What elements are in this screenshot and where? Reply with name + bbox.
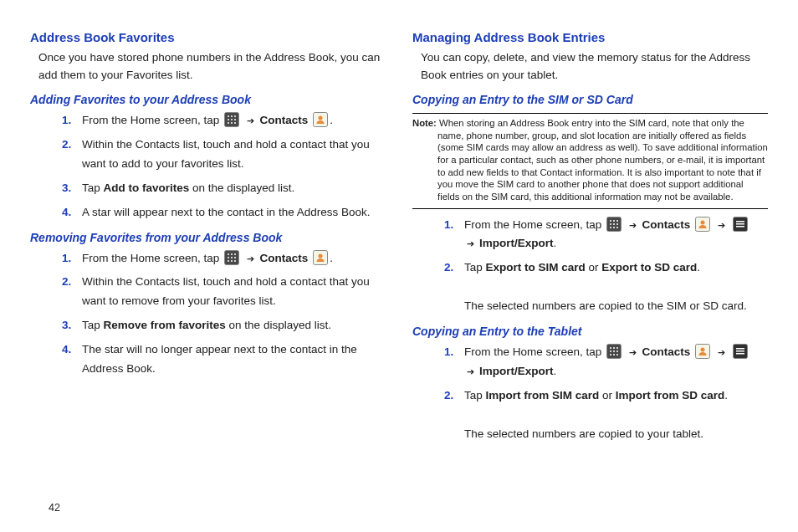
svg-point-26 <box>613 220 615 222</box>
text: Tap <box>82 319 104 331</box>
action-label: Import from SIM card <box>486 389 600 402</box>
svg-point-28 <box>610 223 611 225</box>
step-body: Tap Add to favorites on the displayed li… <box>82 179 386 198</box>
step-body: The star will no longer appear next to t… <box>82 340 386 379</box>
step: 1. From the Home screen, tap ➔ Contacts … <box>444 216 768 254</box>
text: From the Home screen, tap <box>464 218 605 231</box>
text: or <box>599 389 616 402</box>
step-body: A star will appear next to the contact i… <box>82 203 386 223</box>
svg-point-21 <box>234 260 236 262</box>
text: or <box>586 261 602 274</box>
step-number: 1. <box>444 216 456 235</box>
svg-point-16 <box>228 257 229 258</box>
svg-rect-37 <box>736 221 744 223</box>
svg-point-14 <box>231 253 233 255</box>
result-text: The selected numbers are copied to your … <box>464 427 703 440</box>
subheading-copying-tablet: Copying an Entry to the Tablet <box>412 325 768 338</box>
contacts-icon <box>695 217 710 232</box>
contacts-icon <box>313 112 328 127</box>
menu-icon <box>733 217 748 232</box>
step-body: Within the Contacts list, touch and hold… <box>82 136 386 174</box>
contacts-icon <box>313 250 328 265</box>
text: . <box>724 389 728 402</box>
right-column: Managing Address Book Entries You can co… <box>412 30 768 502</box>
subheading-removing-favorites: Removing Favorites from your Address Boo… <box>30 231 386 244</box>
text: Tap <box>464 261 486 274</box>
note-text: When storing an Address Book entry into … <box>437 118 768 202</box>
step: 4. The star will no longer appear next t… <box>62 340 386 379</box>
step: 2. Tap Export to SIM card or Export to S… <box>444 258 768 316</box>
svg-point-18 <box>234 257 236 258</box>
svg-rect-54 <box>736 350 744 352</box>
arrow-icon: ➔ <box>464 238 479 248</box>
action-label: Export to SIM card <box>486 261 586 274</box>
svg-point-8 <box>231 122 233 124</box>
arrow-icon: ➔ <box>464 366 479 376</box>
menu-icon <box>733 344 748 359</box>
svg-point-30 <box>616 223 618 225</box>
step-number: 1. <box>62 249 74 269</box>
text: From the Home screen, tap <box>82 114 223 126</box>
svg-point-4 <box>228 119 229 120</box>
step: 2. Within the Contacts list, touch and h… <box>62 273 386 311</box>
apps-icon <box>606 344 622 359</box>
step-body: From the Home screen, tap ➔ Contacts . <box>82 111 386 130</box>
svg-point-43 <box>616 347 618 349</box>
subheading-adding-favorites: Adding Favorites to your Address Book <box>30 93 386 106</box>
svg-point-49 <box>616 354 618 356</box>
svg-point-47 <box>610 354 611 356</box>
svg-point-6 <box>234 119 236 120</box>
arrow-icon: ➔ <box>244 115 257 125</box>
arrow-icon: ➔ <box>627 220 639 230</box>
step-number: 1. <box>62 111 74 130</box>
subheading-copying-sim-sd: Copying an Entry to the SIM or SD Card <box>412 93 768 106</box>
svg-point-27 <box>616 220 618 222</box>
import-export-label: Import/Export <box>479 237 554 249</box>
step-number: 3. <box>62 179 74 198</box>
action-label: Add to favorites <box>104 182 190 194</box>
svg-rect-38 <box>736 223 744 225</box>
svg-point-51 <box>701 348 705 352</box>
result-text: The selected numbers are copied to the S… <box>464 299 747 312</box>
contacts-label: Contacts <box>260 252 309 264</box>
step-body: Tap Export to SIM card or Export to SD c… <box>464 258 768 316</box>
svg-point-25 <box>610 220 611 222</box>
text: From the Home screen, tap <box>464 345 605 358</box>
action-label: Export to SD card <box>601 261 697 274</box>
svg-point-48 <box>613 354 615 356</box>
text: on the displayed list. <box>226 319 331 331</box>
import-export-label: Import/Export <box>479 365 554 377</box>
svg-point-33 <box>616 227 618 228</box>
svg-point-31 <box>610 227 611 228</box>
text: . <box>697 261 700 274</box>
step-number: 1. <box>444 343 456 362</box>
apps-icon <box>224 250 239 265</box>
heading-address-book-favorites: Address Book Favorites <box>30 30 386 44</box>
svg-point-11 <box>319 115 323 120</box>
text: . <box>330 114 333 126</box>
contacts-icon <box>695 344 710 359</box>
step-number: 4. <box>62 203 74 223</box>
step-body: From the Home screen, tap ➔ Contacts ➔ ➔… <box>464 343 768 381</box>
svg-point-2 <box>231 115 233 117</box>
step: 4. A star will appear next to the contac… <box>62 203 386 223</box>
arrow-icon: ➔ <box>244 253 257 263</box>
svg-point-23 <box>319 253 323 258</box>
svg-point-29 <box>613 223 615 225</box>
step: 1. From the Home screen, tap ➔ Contacts … <box>444 343 768 381</box>
step-number: 2. <box>444 386 456 406</box>
svg-point-42 <box>613 347 615 349</box>
intro-favorites: Once you have stored phone numbers in th… <box>38 49 386 84</box>
svg-point-17 <box>231 257 233 258</box>
text: Tap <box>82 182 104 194</box>
text: . <box>330 252 333 264</box>
arrow-icon: ➔ <box>627 347 639 357</box>
step-body: Within the Contacts list, touch and hold… <box>82 273 386 311</box>
svg-point-46 <box>616 350 618 352</box>
step: 3. Tap Remove from favorites on the disp… <box>62 316 386 335</box>
contacts-label: Contacts <box>260 114 309 126</box>
svg-point-19 <box>228 260 229 262</box>
svg-point-35 <box>701 220 705 224</box>
step-number: 2. <box>444 258 456 278</box>
steps-copy-tablet: 1. From the Home screen, tap ➔ Contacts … <box>412 343 768 444</box>
